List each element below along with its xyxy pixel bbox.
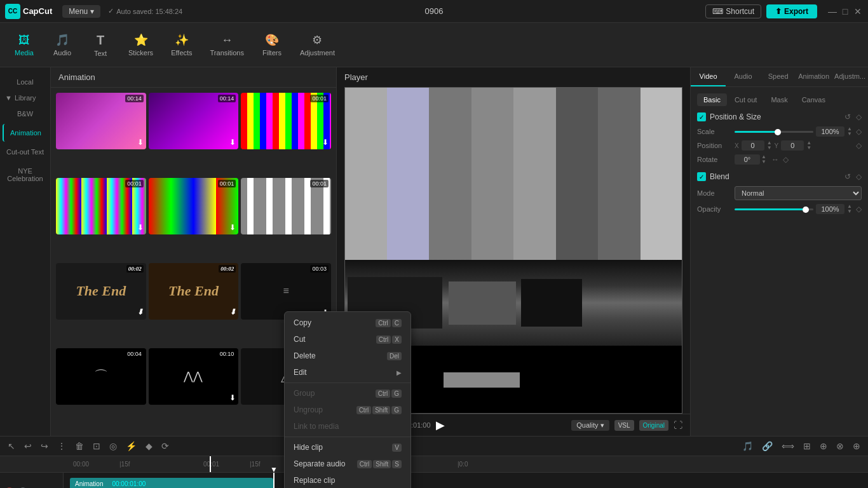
zoom-tool[interactable]: ⊗ — [834, 440, 846, 452]
blend-keyframe[interactable]: ◇ — [856, 172, 862, 181]
toolbar-item-media[interactable]: 🖼 Media — [6, 30, 42, 60]
scale-thumb[interactable] — [775, 129, 781, 135]
ctx-edit[interactable]: Edit ▶ — [285, 364, 410, 381]
rotate-row: Rotate ▲ ▼ ↔ ◇ — [697, 154, 862, 165]
media-thumb-4[interactable]: 00:01 ⬇ — [56, 178, 146, 234]
blend-mode-select[interactable]: Normal Multiply Screen Overlay — [735, 186, 862, 200]
cut-shortcut: Ctrl X — [376, 336, 402, 344]
toolbar-item-effects[interactable]: ✨ Effects — [163, 29, 200, 60]
sidebar-item-animation[interactable]: Animation — [3, 124, 48, 142]
media-thumb-8[interactable]: The End 00:02 ⬇ — [149, 263, 239, 320]
media-thumb-10[interactable]: ⌒ 00:04 — [56, 348, 146, 405]
toolbar-item-stickers[interactable]: ⭐ Stickers — [121, 29, 161, 60]
select-tool[interactable]: ↖ — [5, 440, 18, 452]
ctx-cut[interactable]: Cut Ctrl X — [285, 331, 410, 348]
link-tool[interactable]: 🔗 — [759, 440, 775, 452]
tab-audio[interactable]: Audio — [726, 67, 761, 86]
magnet-tool[interactable]: ⊕ — [817, 440, 830, 452]
ctx-replace-clip[interactable]: Replace clip — [285, 472, 410, 488]
scale-keyframe[interactable]: ◇ — [856, 127, 862, 136]
tab-adjustm[interactable]: Adjustm... — [832, 67, 868, 86]
ctx-delete[interactable]: Delete Del — [285, 348, 410, 364]
audio-track-tool[interactable]: 🎵 — [740, 440, 756, 452]
opacity-input[interactable] — [816, 204, 844, 214]
sidebar-section-library[interactable]: ▼ Library — [0, 92, 50, 104]
media-thumb-2[interactable]: 00:14 ⬇ — [149, 93, 239, 149]
toolbar-item-audio[interactable]: 🎵 Audio — [44, 29, 80, 60]
pos-x-down[interactable]: ▼ — [767, 146, 772, 151]
scale-down-arrow[interactable]: ▼ — [847, 132, 852, 137]
position-keyframe[interactable]: ◇ — [856, 141, 862, 150]
pos-y-down[interactable]: ▼ — [806, 146, 811, 151]
speed-tool[interactable]: ◎ — [107, 440, 119, 452]
media-thumb-6[interactable]: 00:01 — [241, 178, 331, 234]
crop-tool[interactable]: ⊡ — [90, 440, 103, 452]
sub-tab-basic[interactable]: Basic — [697, 93, 727, 106]
position-size-keyframe[interactable]: ◇ — [856, 112, 862, 121]
position-x-input[interactable] — [742, 140, 764, 151]
opacity-thumb[interactable] — [803, 207, 809, 213]
keyframe-tool[interactable]: ◆ — [143, 440, 155, 452]
rotate-tool[interactable]: ⟳ — [159, 440, 172, 452]
position-size-checkbox[interactable]: ✓ — [697, 112, 706, 121]
toolbar-item-adjustment[interactable]: ⚙ Adjustment — [292, 29, 342, 60]
position-y-input[interactable] — [781, 140, 804, 151]
rotate-down[interactable]: ▼ — [761, 159, 766, 165]
export-button[interactable]: ⬆ Export — [766, 4, 817, 18]
blend-checkbox[interactable]: ✓ — [697, 172, 706, 181]
sub-tab-canvas[interactable]: Canvas — [796, 93, 832, 106]
ctx-hide-clip[interactable]: Hide clip V — [285, 439, 410, 456]
hide-shortcut: V — [392, 444, 402, 452]
scale-input[interactable] — [816, 126, 844, 137]
auto-tool[interactable]: ⚡ — [123, 440, 139, 452]
media-thumb-5[interactable]: 00:01 ⬇ — [149, 178, 239, 234]
media-thumb-7[interactable]: The End 00:02 ⬇ — [56, 263, 146, 320]
undo-tool[interactable]: ↩ — [22, 440, 34, 452]
menu-button[interactable]: Menu ▾ — [62, 5, 100, 18]
quality-button[interactable]: Quality ▾ — [571, 420, 609, 431]
sidebar-item-local[interactable]: Local — [3, 73, 48, 91]
toolbar-item-text[interactable]: T Text — [83, 29, 118, 61]
media-thumb-3[interactable]: 00:01 ⬇ — [241, 93, 331, 149]
original-button[interactable]: Original — [639, 420, 668, 431]
app-logo-icon: CC — [5, 4, 20, 19]
fullscreen-button[interactable]: ⛶ — [674, 420, 682, 431]
blend-reset[interactable]: ↺ — [844, 172, 851, 181]
redo-tool[interactable]: ↪ — [38, 440, 51, 452]
split-tool2[interactable]: ⟺ — [779, 440, 797, 452]
toolbar-item-filters[interactable]: 🎨 Filters — [254, 29, 290, 60]
opacity-slider[interactable] — [735, 208, 813, 210]
toolbar-item-transitions[interactable]: ↔ Transitions — [203, 30, 252, 60]
vsl-button[interactable]: VSL — [614, 420, 634, 431]
sub-tab-mask[interactable]: Mask — [764, 93, 794, 106]
ctx-copy[interactable]: Copy Ctrl C — [285, 315, 410, 331]
tab-video[interactable]: Video — [691, 67, 726, 86]
opacity-keyframe[interactable]: ◇ — [856, 205, 862, 214]
opacity-down[interactable]: ▼ — [847, 209, 852, 214]
minimize-button[interactable]: — — [827, 6, 837, 17]
shortcut-button[interactable]: ⌨ Shortcut — [705, 4, 761, 18]
media-thumb-11[interactable]: ⋀⋀ 00:10 ⬇ — [149, 348, 239, 405]
rotate-input[interactable] — [735, 154, 760, 165]
close-button[interactable]: ✕ — [853, 6, 863, 17]
animation-clip[interactable]: Animation 00:00:01:00 — [70, 478, 273, 488]
tab-animation[interactable]: Animation — [796, 67, 832, 86]
play-button[interactable]: ▶ — [436, 418, 445, 432]
more-tool[interactable]: ⊕ — [850, 440, 863, 452]
blend-mode-row: Mode Normal Multiply Screen Overlay — [697, 186, 862, 200]
tab-speed[interactable]: Speed — [761, 67, 796, 86]
split-tool[interactable]: ⋮ — [55, 440, 69, 452]
maximize-button[interactable]: □ — [840, 6, 850, 17]
sidebar-item-bw[interactable]: B&W — [3, 105, 48, 123]
scale-slider[interactable] — [735, 131, 813, 133]
sub-tab-cutout[interactable]: Cut out — [728, 93, 763, 106]
sidebar-item-cutout[interactable]: Cut-out Text — [3, 143, 48, 161]
delete-tool[interactable]: 🗑 — [72, 440, 86, 452]
media-thumb-1[interactable]: 00:14 ⬇ — [56, 93, 146, 149]
position-size-reset[interactable]: ↺ — [844, 112, 851, 121]
snap-tool[interactable]: ⊞ — [801, 440, 813, 452]
ctx-separate-audio[interactable]: Separate audio Ctrl Shift S — [285, 456, 410, 472]
sidebar-item-nye[interactable]: NYE Celebration — [3, 162, 48, 187]
rotate-keyframe[interactable]: ◇ — [783, 155, 789, 164]
timeline-playhead[interactable] — [273, 473, 275, 488]
